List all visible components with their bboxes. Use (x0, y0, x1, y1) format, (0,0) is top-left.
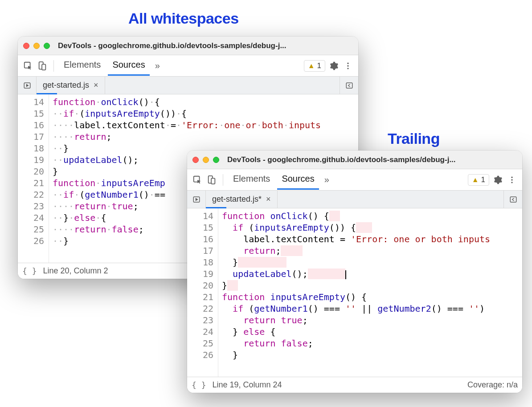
pretty-print-icon[interactable]: { } (192, 380, 206, 390)
svg-point-11 (511, 176, 512, 178)
warning-badge[interactable]: ▲ 1 (468, 174, 489, 186)
warning-badge[interactable]: ▲ 1 (304, 60, 325, 72)
svg-point-4 (347, 65, 348, 66)
tab-sources[interactable]: Sources (108, 56, 149, 76)
device-toggle-icon[interactable] (37, 60, 48, 72)
tab-elements[interactable]: Elements (59, 56, 105, 76)
code-content: function onClick() { if (inputsAreEmpty(… (218, 208, 490, 377)
maximize-window-button[interactable] (44, 43, 50, 49)
devtools-window-trailing: DevTools - googlechrome.github.io/devtoo… (187, 151, 522, 393)
svg-rect-7 (346, 83, 352, 88)
cursor-position: Line 19, Column 24 (213, 380, 282, 390)
window-title: DevTools - googlechrome.github.io/devtoo… (58, 41, 353, 50)
show-debugger-icon[interactable] (503, 191, 522, 208)
file-tab-get-started[interactable]: get-started.js* × (206, 191, 278, 208)
window-titlebar: DevTools - googlechrome.github.io/devtoo… (187, 151, 522, 169)
close-icon[interactable]: × (266, 195, 271, 204)
traffic-lights (23, 43, 50, 49)
more-tabs-icon[interactable]: » (322, 175, 332, 185)
kebab-menu-icon[interactable] (342, 60, 354, 72)
tab-sources[interactable]: Sources (277, 170, 319, 190)
svg-point-12 (511, 179, 512, 180)
svg-point-5 (347, 68, 348, 69)
pretty-print-icon[interactable]: { } (22, 266, 37, 276)
window-titlebar: DevTools - googlechrome.github.io/devtoo… (18, 37, 358, 55)
gear-icon[interactable] (492, 174, 503, 186)
cursor-position: Line 20, Column 2 (43, 266, 108, 276)
file-tab-get-started[interactable]: get-started.js × (37, 77, 105, 94)
svg-rect-15 (510, 197, 516, 202)
status-bar: { } Line 19, Column 24 Coverage: n/a (187, 377, 522, 393)
close-icon[interactable]: × (94, 81, 98, 90)
window-title: DevTools - googlechrome.github.io/devtoo… (227, 155, 517, 164)
minimize-window-button[interactable] (203, 157, 209, 163)
file-tab-label: get-started.js (43, 81, 89, 90)
device-toggle-icon[interactable] (206, 174, 217, 186)
svg-point-3 (347, 62, 348, 64)
traffic-lights (192, 157, 219, 163)
file-tab-label: get-started.js* (212, 195, 262, 204)
show-navigator-icon[interactable] (18, 77, 37, 94)
warning-icon: ▲ (308, 62, 315, 70)
more-tabs-icon[interactable]: » (152, 61, 163, 71)
show-debugger-icon[interactable] (340, 77, 358, 94)
warning-icon: ▲ (472, 176, 479, 184)
svg-rect-10 (211, 178, 215, 184)
annotation-trailing: Trailing (388, 130, 440, 147)
minimize-window-button[interactable] (33, 43, 40, 49)
toolbar-divider (223, 174, 223, 186)
maximize-window-button[interactable] (213, 157, 219, 163)
kebab-menu-icon[interactable] (506, 174, 518, 186)
annotation-all-whitespaces: All whitespaces (128, 10, 239, 27)
coverage-status: Coverage: n/a (467, 380, 518, 390)
line-gutter: 14 15 16 17 18 19 20 21 22 23 24 25 26 (187, 208, 218, 377)
svg-point-13 (511, 182, 512, 183)
toolbar-divider (53, 60, 54, 72)
inspect-icon[interactable] (192, 174, 203, 186)
close-window-button[interactable] (192, 157, 199, 163)
code-editor[interactable]: 14 15 16 17 18 19 20 21 22 23 24 25 26 f… (187, 208, 522, 377)
svg-rect-2 (42, 64, 45, 70)
tab-elements[interactable]: Elements (229, 170, 274, 190)
editor-tabbar: get-started.js × (18, 77, 358, 94)
gear-icon[interactable] (328, 60, 340, 72)
show-navigator-icon[interactable] (187, 191, 206, 208)
line-gutter: 14 15 16 17 18 19 20 21 22 23 24 25 26 (18, 94, 49, 263)
close-window-button[interactable] (23, 43, 29, 49)
inspect-icon[interactable] (22, 60, 34, 72)
editor-tabbar: get-started.js* × (187, 191, 522, 208)
warning-count: 1 (317, 61, 321, 70)
devtools-toolbar: Elements Sources » ▲ 1 (18, 55, 358, 77)
warning-count: 1 (481, 175, 485, 184)
devtools-toolbar: Elements Sources » ▲ 1 (187, 169, 522, 191)
